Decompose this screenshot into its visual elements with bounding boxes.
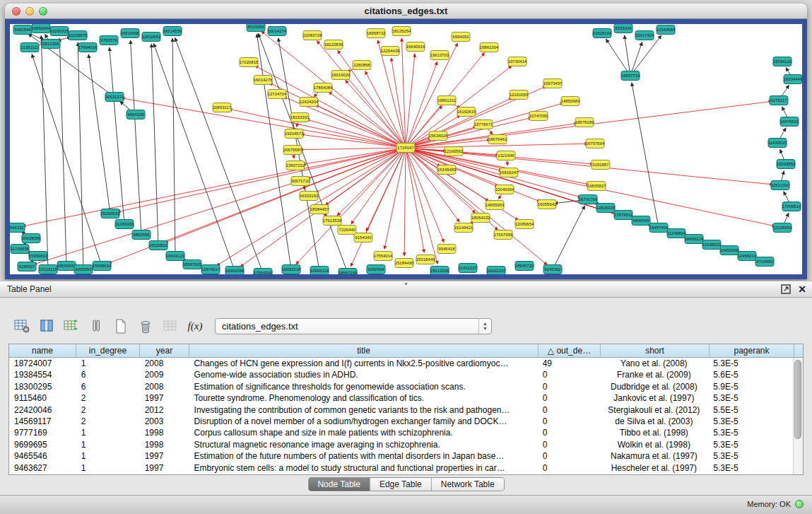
graph-node[interactable]: 16014029 xyxy=(331,71,351,80)
table-cell[interactable]: 1 xyxy=(76,358,140,369)
graph-node[interactable]: 9724550 xyxy=(755,257,774,267)
graph-node[interactable]: 1724047 xyxy=(396,144,415,153)
graph-node[interactable]: 17220815 xyxy=(240,58,259,67)
table-scrollbar-thumb[interactable] xyxy=(794,360,801,439)
table-cell[interactable]: Jankovic et al. (1997) xyxy=(599,392,708,404)
table-cell[interactable]: Hescheler et al. (1997) xyxy=(599,462,708,474)
table-cell[interactable]: 6 xyxy=(76,381,140,392)
table-row[interactable]: 1938455462009Genome-wide association stu… xyxy=(9,369,793,380)
graph-node[interactable]: 19861311 xyxy=(437,96,457,105)
graph-node[interactable]: 12364584 xyxy=(657,25,676,35)
graph-node[interactable]: 16520822 xyxy=(149,241,168,250)
graph-node[interactable]: 11431227 xyxy=(459,264,478,273)
table-cell[interactable]: Dudbridge et al. (2008) xyxy=(599,381,708,392)
network-graph[interactable]: 1724047226085816014029178540841242420418… xyxy=(10,24,802,274)
graph-node[interactable]: 18575189 xyxy=(575,118,594,127)
table-cell[interactable]: 22420046 xyxy=(9,404,76,416)
table-cell[interactable]: Yano et al. (2008) xyxy=(599,358,708,369)
close-window-button[interactable] xyxy=(12,7,20,16)
column-header-pagerank[interactable]: pagerank xyxy=(710,344,794,357)
tab-node-table[interactable]: Node Table xyxy=(308,478,370,491)
graph-node[interactable]: 17854084 xyxy=(314,83,333,93)
table-cell[interactable]: Estimation of the future numbers of pati… xyxy=(189,450,538,462)
graph-node[interactable]: 30671710 xyxy=(291,177,310,186)
graph-node[interactable]: 22046364 xyxy=(495,185,514,194)
table-cell[interactable]: 0 xyxy=(538,392,600,404)
graph-node[interactable]: 19860944 xyxy=(32,24,51,33)
graph-node[interactable]: 14955953 xyxy=(486,201,505,210)
table-cell[interactable]: Structural magnetic resonance image aver… xyxy=(189,439,538,450)
graph-node[interactable]: 19613703 xyxy=(430,51,449,60)
table-cell[interactable]: de Silva et al. (2003) xyxy=(599,416,708,427)
table-cell[interactable]: 1997 xyxy=(140,450,189,462)
graph-node[interactable]: 15149421 xyxy=(454,223,473,233)
graph-node[interactable]: 12106554 xyxy=(773,223,792,233)
table-settings-button[interactable] xyxy=(13,317,31,335)
table-cell[interactable]: 1 xyxy=(76,462,140,474)
table-cell[interactable]: Disruption of a novel member of a sodium… xyxy=(189,416,538,427)
graph-node[interactable]: 1321646 xyxy=(497,151,515,160)
graph-node[interactable]: 10521302 xyxy=(771,181,790,190)
table-row[interactable]: 911546021997Tourette syndrome. Phenomeno… xyxy=(9,392,793,404)
graph-node[interactable]: 12160562 xyxy=(445,147,464,156)
table-row[interactable]: 977716911998Corpus callosum shape and si… xyxy=(9,427,793,438)
graph-node[interactable]: 10200325 xyxy=(50,27,69,36)
new-document-button[interactable] xyxy=(112,317,130,335)
graph-node[interactable]: 18125254 xyxy=(392,27,411,36)
graph-node[interactable]: 18676461 xyxy=(488,135,507,144)
graph-node[interactable]: 19304573 xyxy=(285,129,304,139)
table-cell[interactable]: Investigating the contribution of common… xyxy=(189,404,538,416)
table-cell[interactable]: 9777169 xyxy=(9,427,76,438)
graph-node[interactable]: 12724704 xyxy=(268,90,287,99)
graph-node[interactable]: 22083728 xyxy=(303,31,322,40)
tab-edge-table[interactable]: Edge Table xyxy=(370,478,432,491)
table-cell[interactable]: Embryonic stem cells: a model to study s… xyxy=(189,462,538,474)
graph-node[interactable]: 17554014 xyxy=(374,252,393,261)
graph-node[interactable]: 9260934 xyxy=(367,265,385,274)
graph-node[interactable]: 15345483 xyxy=(437,165,457,175)
graph-node[interactable]: 10730414 xyxy=(508,57,527,66)
graph-node[interactable]: 19861304 xyxy=(480,43,499,52)
table-cell[interactable]: 0 xyxy=(538,381,600,392)
table-cell[interactable]: Nakamura et al. (1997) xyxy=(599,450,708,462)
graph-node[interactable]: 6694091 xyxy=(452,33,470,42)
graph-node[interactable]: 18550563 xyxy=(57,262,76,271)
graph-node[interactable]: 11709938 xyxy=(11,245,30,254)
import-table-button[interactable] xyxy=(62,317,81,335)
graph-node[interactable]: 16476691 xyxy=(780,117,799,127)
graph-node[interactable]: 9862596 xyxy=(132,230,151,240)
graph-node[interactable]: 17005514 xyxy=(782,202,801,211)
graph-node[interactable]: 16962096 xyxy=(225,267,245,275)
graph-node[interactable]: 12610651 xyxy=(142,33,161,42)
show-columns-button[interactable] xyxy=(37,317,56,335)
table-cell[interactable]: 1 xyxy=(76,427,140,438)
table-cell[interactable]: 6 xyxy=(76,369,140,380)
float-panel-icon[interactable] xyxy=(781,284,791,294)
graph-node[interactable]: 20653117 xyxy=(213,103,232,112)
graph-node[interactable]: 16640916 xyxy=(406,42,425,52)
graph-node[interactable]: 16055942 xyxy=(538,200,557,209)
graph-node[interactable]: 13807152 xyxy=(286,161,305,170)
graph-node[interactable]: 15318449 xyxy=(416,255,435,264)
graph-node[interactable]: 15634026 xyxy=(429,132,448,141)
graph-node[interactable]: 16116115 xyxy=(39,265,58,274)
table-cell[interactable]: 0 xyxy=(538,450,600,462)
table-cell[interactable]: 9699695 xyxy=(9,439,76,450)
graph-node[interactable]: 18945720 xyxy=(515,262,534,271)
graph-node[interactable]: 12424204 xyxy=(300,98,319,107)
graph-node[interactable]: 18384457 xyxy=(310,205,329,214)
table-cell[interactable]: 2008 xyxy=(140,358,189,369)
graph-node[interactable]: 18204446 xyxy=(784,75,802,84)
zoom-window-button[interactable] xyxy=(39,7,47,16)
graph-node[interactable]: 16510496 xyxy=(121,29,140,38)
graph-node[interactable]: 16791766 xyxy=(579,195,598,204)
table-cell[interactable]: 5.3E-5 xyxy=(708,392,793,404)
column-header-out_de[interactable]: △ out_de… xyxy=(539,344,601,357)
table-row[interactable]: 946362711997Embryonic stem cells: a mode… xyxy=(9,462,793,474)
graph-node[interactable]: 9005853 xyxy=(74,265,93,274)
graph-node[interactable]: 15917424 xyxy=(635,31,654,40)
table-row[interactable]: 2242004622012Investigating the contribut… xyxy=(9,404,793,416)
table-cell[interactable]: Tibbo et al. (1998) xyxy=(599,427,708,438)
graph-node[interactable]: 25260533 xyxy=(101,209,120,218)
table-row[interactable]: 1872400712008Changes of HCN gene express… xyxy=(9,358,793,369)
